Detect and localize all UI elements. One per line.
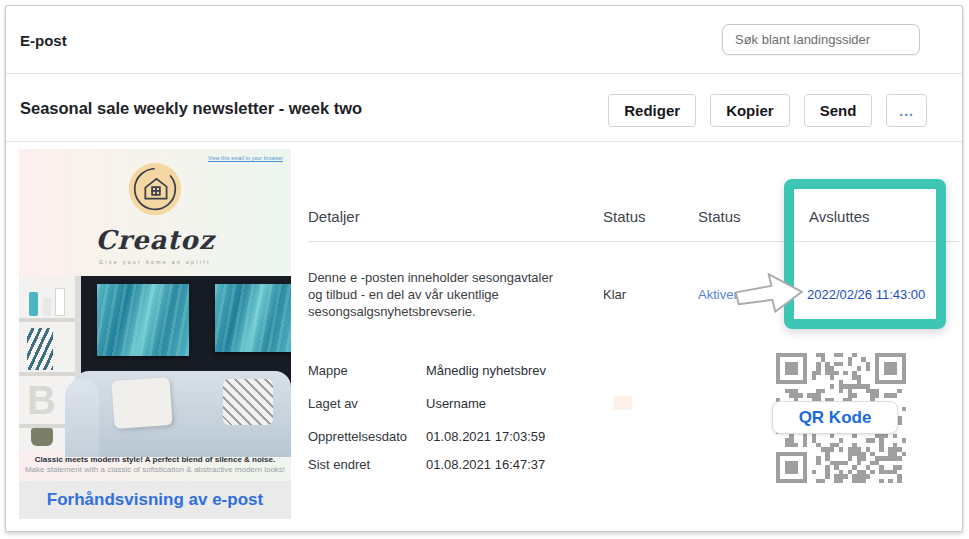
painting-graphic [97, 284, 189, 356]
ellipsis-icon: ... [899, 103, 914, 119]
email-header-graphic: View this email in your browser [19, 149, 291, 276]
caption-subline: Make statement with a classic of sofisti… [19, 465, 291, 475]
search-input[interactable] [722, 24, 920, 55]
page-title: E-post [20, 32, 67, 49]
field-value-created-date: 01.08.2021 17:03:59 [426, 429, 545, 444]
field-label-created-by: Laget av [308, 396, 358, 411]
view-in-browser-link: View this email in your browser [208, 155, 283, 161]
divider [6, 141, 962, 142]
qr-code-button[interactable]: QR Kode [772, 401, 898, 434]
email-detail-card: E-post Seasonal sale weekly newsletter -… [5, 5, 963, 532]
email-photo-graphic: B [19, 276, 291, 451]
highlight-annotation-box [784, 179, 946, 329]
sofa-graphic [73, 371, 291, 457]
edit-button[interactable]: Rediger [608, 94, 696, 127]
email-description: Denne e -posten inneholder sesongavtaler… [308, 269, 562, 320]
field-label-last-modified: Sist endret [308, 457, 370, 472]
brand-logo-icon [126, 161, 184, 219]
pointer-arrow-icon [734, 268, 806, 320]
toolbar-buttons: Rediger Kopier Send ... [608, 94, 927, 127]
column-header-status1: Status [603, 208, 646, 225]
divider [6, 73, 962, 74]
column-header-details: Detaljer [308, 208, 360, 225]
field-value-last-modified: 01.08.2021 16:47:37 [426, 457, 545, 472]
newsletter-title: Seasonal sale weekly newsletter - week t… [20, 99, 362, 118]
qr-code-label: QR Kode [799, 408, 872, 428]
field-label-folder: Mappe [308, 363, 348, 378]
brand-name: Creatoz [19, 225, 291, 255]
brand-tagline: Give your home an uplift [19, 259, 291, 265]
send-button[interactable]: Send [804, 94, 873, 127]
email-preview: View this email in your browser [19, 149, 291, 519]
more-options-button[interactable]: ... [886, 94, 927, 127]
email-preview-image[interactable]: View this email in your browser [19, 149, 291, 481]
open-preview-bar[interactable]: Forhåndsvisning av e-post [19, 481, 291, 519]
screenshot-stage: E-post Seasonal sale weekly newsletter -… [0, 0, 969, 539]
status-value: Klar [603, 287, 626, 302]
highlight-artifact [613, 396, 632, 410]
field-value-folder: Månedlig nyhetsbrev [426, 363, 546, 378]
copy-button[interactable]: Kopier [710, 94, 790, 127]
ends-at-value: 2022/02/26 11:43:00 [807, 287, 925, 302]
divider [308, 241, 959, 242]
column-header-status2: Status [698, 208, 741, 225]
column-header-ends: Avsluttes [809, 208, 870, 225]
open-preview-link[interactable]: Forhåndsvisning av e-post [47, 490, 263, 510]
field-label-created-date: Opprettelsesdato [308, 429, 407, 444]
painting-graphic [215, 284, 291, 352]
activate-link[interactable]: Aktiver [698, 287, 738, 302]
field-value-created-by: Username [426, 396, 486, 411]
